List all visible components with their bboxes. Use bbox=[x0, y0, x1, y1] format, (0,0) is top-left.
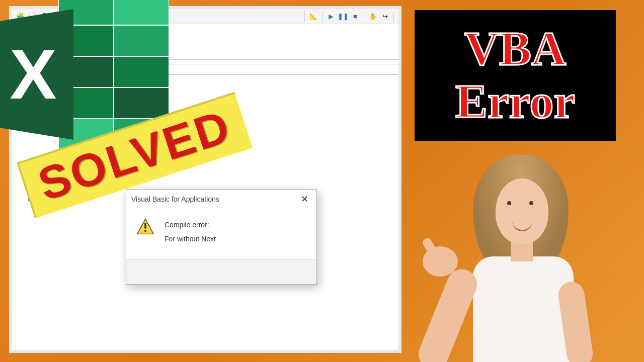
svg-rect-1 bbox=[114, 0, 169, 25]
dialog-message: Compile error: For without Next bbox=[165, 218, 216, 246]
presenter-figure bbox=[418, 151, 609, 362]
toolbar-separator bbox=[364, 12, 364, 22]
presenter-arm-left bbox=[414, 264, 481, 362]
warning-icon bbox=[136, 218, 154, 236]
stop-icon[interactable]: ■ bbox=[350, 12, 360, 22]
dialog-title-text: Visual Basic for Applications bbox=[131, 195, 219, 203]
presenter-torso bbox=[473, 256, 574, 362]
dialog-line1: Compile error: bbox=[165, 218, 216, 232]
toggle-icon[interactable]: 📐 bbox=[308, 12, 318, 22]
svg-rect-11 bbox=[144, 223, 146, 229]
dialog-line2: For without Next bbox=[165, 232, 216, 246]
toolbar-separator bbox=[393, 12, 394, 22]
presenter-eye bbox=[529, 201, 533, 205]
svg-rect-7 bbox=[114, 87, 169, 119]
step-icon[interactable]: ↪ bbox=[380, 12, 390, 22]
svg-rect-5 bbox=[114, 56, 169, 87]
svg-rect-3 bbox=[114, 25, 169, 56]
excel-x-icon: X bbox=[0, 9, 73, 140]
toolbar-separator bbox=[304, 12, 305, 22]
svg-rect-12 bbox=[144, 230, 146, 232]
toolbar-separator bbox=[322, 12, 323, 22]
dialog-body: Compile error: For without Next bbox=[126, 209, 316, 259]
presenter-eye bbox=[507, 201, 511, 205]
run-icon[interactable]: ▶ bbox=[326, 12, 336, 22]
close-icon[interactable]: ✕ bbox=[298, 194, 311, 205]
dialog-titlebar: Visual Basic for Applications ✕ bbox=[126, 190, 316, 209]
title-line1: VBA bbox=[464, 24, 567, 74]
pause-icon[interactable]: ❚❚ bbox=[338, 12, 348, 22]
presenter-face bbox=[496, 178, 548, 244]
title-box: VBA Error bbox=[415, 10, 616, 141]
title-line2: Error bbox=[455, 76, 575, 127]
dialog-footer bbox=[126, 259, 316, 284]
error-dialog: Visual Basic for Applications ✕ Compile … bbox=[126, 189, 317, 285]
hand-icon[interactable]: ✋ bbox=[368, 12, 378, 22]
